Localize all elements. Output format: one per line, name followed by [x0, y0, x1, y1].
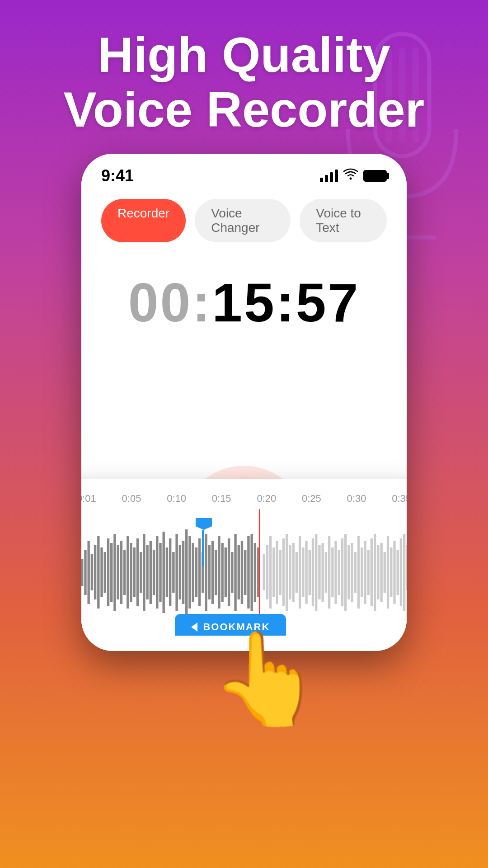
svg-rect-75: [299, 536, 301, 609]
svg-rect-33: [159, 543, 161, 602]
svg-rect-58: [241, 541, 243, 604]
svg-rect-21: [120, 541, 122, 604]
svg-rect-57: [238, 545, 240, 599]
played-waveform: [81, 529, 259, 615]
svg-rect-93: [357, 536, 360, 609]
phone-frame: 9:41: [81, 154, 407, 651]
svg-rect-54: [228, 538, 230, 606]
svg-rect-73: [292, 543, 294, 602]
svg-rect-81: [318, 545, 320, 599]
svg-rect-69: [279, 550, 282, 595]
tab-recorder[interactable]: Recorder: [101, 199, 186, 242]
svg-rect-41: [185, 529, 188, 615]
svg-rect-40: [182, 541, 184, 604]
svg-rect-11: [87, 541, 89, 604]
svg-rect-103: [390, 547, 392, 597]
svg-rect-82: [321, 543, 324, 602]
svg-rect-9: [81, 559, 83, 586]
svg-rect-106: [400, 538, 402, 606]
svg-rect-78: [309, 550, 311, 595]
svg-rect-14: [97, 536, 99, 609]
timer-dim: 00:: [128, 272, 212, 333]
svg-rect-97: [371, 538, 373, 606]
signal-icon: [320, 170, 338, 182]
svg-rect-67: [272, 547, 275, 597]
bookmark-arrow-icon: [191, 623, 197, 632]
svg-rect-68: [276, 541, 278, 604]
svg-rect-66: [269, 536, 272, 609]
svg-rect-102: [387, 536, 389, 609]
svg-rect-52: [221, 543, 223, 602]
svg-rect-51: [218, 536, 220, 609]
svg-rect-30: [150, 541, 152, 604]
svg-rect-61: [250, 534, 253, 611]
timeline-labels: 0:01 0:05 0:10 0:15 0:20 0:25 0:30 0:35: [81, 493, 407, 505]
battery-icon: [363, 170, 387, 182]
svg-rect-39: [179, 545, 181, 599]
svg-rect-104: [393, 541, 395, 604]
svg-rect-31: [153, 550, 155, 595]
timer-area: 00:15:57: [81, 253, 407, 343]
svg-rect-23: [127, 536, 129, 609]
svg-rect-37: [172, 552, 174, 593]
status-time: 9:41: [101, 166, 134, 185]
svg-rect-80: [315, 534, 317, 611]
bookmark-button[interactable]: BOOKMARK: [175, 614, 286, 636]
svg-rect-108: [406, 545, 407, 590]
svg-rect-84: [328, 536, 330, 609]
svg-rect-70: [282, 538, 285, 606]
svg-rect-86: [334, 541, 337, 604]
svg-rect-79: [312, 538, 314, 606]
svg-rect-50: [215, 550, 217, 595]
svg-rect-20: [117, 545, 119, 599]
svg-rect-101: [384, 552, 386, 593]
svg-rect-27: [140, 552, 142, 593]
svg-rect-71: [286, 534, 288, 611]
svg-rect-85: [331, 547, 333, 597]
timeline-label-2: 0:10: [167, 493, 186, 505]
svg-rect-64: [263, 554, 265, 590]
svg-rect-89: [344, 534, 347, 611]
svg-rect-55: [231, 552, 233, 593]
svg-rect-56: [234, 534, 236, 611]
svg-rect-25: [133, 547, 136, 597]
blue-flag: [194, 518, 212, 566]
svg-rect-53: [225, 547, 227, 597]
svg-rect-12: [91, 554, 93, 590]
timeline-label-6: 0:30: [347, 493, 366, 505]
wifi-icon: [343, 168, 358, 184]
header-area: High Quality Voice Recorder: [0, 27, 488, 137]
tab-voice-to-text[interactable]: Voice to Text: [300, 199, 387, 242]
svg-rect-105: [397, 550, 399, 595]
header-line1: High Quality: [98, 27, 390, 82]
svg-rect-32: [156, 536, 158, 609]
timeline-label-5: 0:25: [302, 493, 321, 505]
svg-rect-26: [136, 538, 139, 606]
svg-point-8: [350, 177, 352, 179]
timeline-label-4: 0:20: [257, 493, 276, 505]
signal-bar-2: [325, 175, 328, 182]
svg-rect-107: [403, 534, 405, 611]
svg-rect-29: [146, 545, 148, 599]
bookmark-label: BOOKMARK: [203, 621, 270, 633]
svg-rect-74: [296, 552, 298, 593]
svg-rect-42: [188, 536, 191, 609]
timer-display: 00:15:57: [81, 271, 407, 334]
svg-rect-88: [341, 538, 343, 606]
svg-rect-96: [367, 550, 370, 595]
svg-rect-77: [305, 541, 307, 604]
tab-voice-changer[interactable]: Voice Changer: [195, 199, 291, 242]
timeline-label-1: 0:05: [122, 493, 141, 505]
svg-rect-16: [104, 552, 106, 593]
header-line2: Voice Recorder: [64, 81, 425, 137]
svg-rect-22: [123, 550, 126, 595]
svg-rect-94: [361, 547, 363, 597]
svg-rect-99: [377, 545, 379, 599]
svg-rect-91: [351, 543, 353, 602]
header-title: High Quality Voice Recorder: [27, 27, 461, 137]
waveform-area: BOOKMARK: [81, 509, 407, 636]
svg-rect-17: [107, 538, 109, 606]
svg-rect-100: [380, 543, 382, 602]
svg-rect-15: [100, 547, 103, 597]
unplayed-waveform: [263, 534, 407, 611]
